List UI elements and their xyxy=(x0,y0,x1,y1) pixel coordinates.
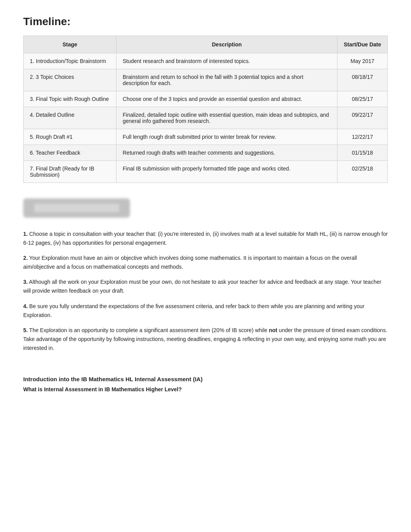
description-cell: Finalized, detailed topic outline with e… xyxy=(116,107,337,129)
date-cell: May 2017 xyxy=(337,53,388,69)
table-row: 7. Final Draft (Ready for IB Submission)… xyxy=(24,161,388,183)
stage-cell: 1. Introduction/Topic Brainstorm xyxy=(24,53,116,69)
stage-cell: 3. Final Topic with Rough Outline xyxy=(24,91,116,107)
instruction-3: 3. Although all the work on your Explora… xyxy=(23,278,388,295)
table-row: 2. 3 Topic ChoicesBrainstorm and return … xyxy=(24,69,388,91)
sub-question: What is Internal Assessment in IB Mathem… xyxy=(23,386,388,392)
instruction-4-num: 4. xyxy=(23,303,28,309)
instruction-4: 4. Be sure you fully understand the expe… xyxy=(23,302,388,320)
col-header-description: Description xyxy=(116,36,337,53)
table-row: 3. Final Topic with Rough OutlineChoose … xyxy=(24,91,388,107)
date-cell: 02/25/18 xyxy=(337,161,388,183)
table-row: 4. Detailed OutlineFinalized, detailed t… xyxy=(24,107,388,129)
description-cell: Full length rough draft submitted prior … xyxy=(116,129,337,145)
description-cell: Student research and brainstorm of inter… xyxy=(116,53,337,69)
instruction-2: 2. Your Exploration must have an aim or … xyxy=(23,254,388,271)
instruction-2-text: Your Exploration must have an aim or obj… xyxy=(23,255,357,270)
stage-cell: 7. Final Draft (Ready for IB Submission) xyxy=(24,161,116,183)
instruction-2-num: 2. xyxy=(23,255,28,261)
date-cell: 01/15/18 xyxy=(337,145,388,161)
instruction-3-num: 3. xyxy=(23,279,28,285)
stage-cell: 6. Teacher Feedback xyxy=(24,145,116,161)
blurred-button-area[interactable] xyxy=(23,198,130,218)
col-header-date: Start/Due Date xyxy=(337,36,388,53)
description-cell: Final IB submission with properly format… xyxy=(116,161,337,183)
description-cell: Returned rough drafts with teacher comme… xyxy=(116,145,337,161)
table-row: 5. Rough Draft #1Full length rough draft… xyxy=(24,129,388,145)
stage-cell: 2. 3 Topic Choices xyxy=(24,69,116,91)
date-cell: 09/22/17 xyxy=(337,107,388,129)
stage-cell: 4. Detailed Outline xyxy=(24,107,116,129)
instructions-section: 1. Choose a topic in consultation with y… xyxy=(23,230,388,353)
description-cell: Choose one of the 3 topics and provide a… xyxy=(116,91,337,107)
table-row: 6. Teacher FeedbackReturned rough drafts… xyxy=(24,145,388,161)
date-cell: 08/25/17 xyxy=(337,91,388,107)
bottom-section: Introduction into the IB Mathematics HL … xyxy=(23,376,388,392)
instruction-5-num: 5. xyxy=(23,327,28,333)
table-row: 1. Introduction/Topic BrainstormStudent … xyxy=(24,53,388,69)
date-cell: 08/18/17 xyxy=(337,69,388,91)
instruction-4-text: Be sure you fully understand the expecta… xyxy=(23,303,365,318)
instruction-1: 1. Choose a topic in consultation with y… xyxy=(23,230,388,247)
description-cell: Brainstorm and return to school in the f… xyxy=(116,69,337,91)
instruction-5-bold: not xyxy=(269,327,277,333)
instruction-5-text-before: The Exploration is an opportunity to com… xyxy=(29,327,269,333)
instruction-5: 5. The Exploration is an opportunity to … xyxy=(23,326,388,353)
stage-cell: 5. Rough Draft #1 xyxy=(24,129,116,145)
timeline-table: Stage Description Start/Due Date 1. Intr… xyxy=(23,36,388,183)
instruction-1-num: 1. xyxy=(23,231,28,237)
date-cell: 12/22/17 xyxy=(337,129,388,145)
col-header-stage: Stage xyxy=(24,36,116,53)
section-title: Introduction into the IB Mathematics HL … xyxy=(23,376,388,382)
page-title: Timeline: xyxy=(23,15,388,28)
instruction-1-text: Choose a topic in consultation with your… xyxy=(23,231,388,246)
instruction-3-text: Although all the work on your Exploratio… xyxy=(23,279,381,294)
